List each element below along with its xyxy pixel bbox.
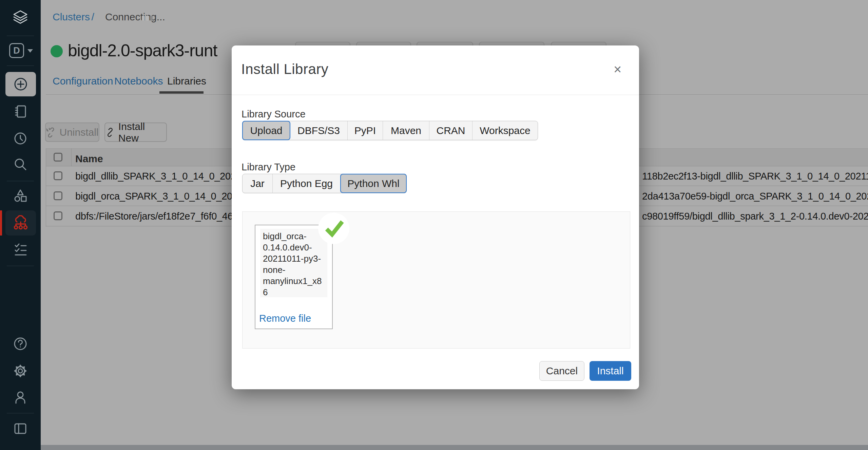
sidebar-item-workspace[interactable]: [0, 105, 41, 118]
breadcrumb-separator: /: [91, 11, 94, 22]
library-type-group: Jar Python Egg Python Whl: [242, 174, 407, 193]
uninstall-button[interactable]: Uninstall: [45, 123, 99, 142]
page-title: bigdl-2.0-spark3-runt: [68, 41, 233, 62]
upload-success-check-icon: [318, 212, 350, 244]
checklist-icon: [13, 242, 27, 257]
gear-icon: [13, 364, 27, 378]
table-row-name-continued: c98019ff59/bigdl_dllib_spark_3_1_2-0.14.…: [642, 211, 868, 222]
library-type-label: Library Type: [242, 162, 295, 173]
install-library-modal: Install Library × Library Source Upload …: [232, 45, 639, 389]
install-button[interactable]: Install: [590, 361, 631, 381]
sidebar: D: [0, 0, 41, 450]
install-new-button[interactable]: Install New: [104, 123, 167, 142]
sidebar-item-data[interactable]: [0, 189, 41, 203]
breadcrumb: Clusters /: [53, 11, 94, 23]
sidebar-divider: [7, 413, 34, 413]
modal-title: Install Library: [241, 61, 328, 77]
databricks-logo-icon[interactable]: [0, 10, 41, 26]
horizontal-scrollbar[interactable]: [41, 445, 868, 450]
row-checkbox[interactable]: [54, 171, 62, 180]
table-row-name: bigdl_orca_SPARK_3_1_0_14_0_20211: [75, 191, 232, 202]
source-workspace-button[interactable]: Workspace: [472, 121, 538, 140]
notebook-icon: [14, 105, 27, 118]
cluster-status-dot: [51, 45, 63, 57]
chevron-down-icon: [27, 49, 33, 53]
library-source-group: Upload DBFS/S3 PyPI Maven CRAN Workspace: [242, 121, 538, 140]
active-tab-underline: [159, 91, 204, 94]
broken-link-icon: [46, 127, 56, 137]
source-cran-button[interactable]: CRAN: [429, 121, 472, 140]
type-python-egg-button[interactable]: Python Egg: [273, 174, 341, 193]
table-left-border: [46, 148, 46, 227]
table-row-name-continued: 2da413a70e59-bigdl_orca_SPARK_3_1_0_14_0…: [642, 191, 868, 202]
install-new-label: Install New: [118, 121, 166, 144]
select-all-checkbox[interactable]: [54, 153, 62, 162]
type-jar-button[interactable]: Jar: [243, 174, 273, 193]
sidebar-divider: [7, 36, 34, 36]
clock-icon: [14, 132, 27, 145]
databricks-clusters-page: { "sidebar": { "switcher_letter": "D", "…: [0, 0, 868, 450]
cancel-button[interactable]: Cancel: [539, 361, 584, 381]
tab-notebooks[interactable]: Notebooks: [114, 75, 163, 87]
source-upload-button[interactable]: Upload: [242, 121, 290, 140]
sidebar-item-jobs[interactable]: [0, 242, 41, 257]
sidebar-divider: [7, 65, 34, 66]
uploaded-file-name: bigdl_orca-0.14.0.dev0-20211011-py3-none…: [260, 229, 327, 297]
link-icon: [105, 127, 115, 137]
workspace-switcher[interactable]: D: [9, 43, 33, 59]
help-icon: [13, 337, 27, 351]
create-button[interactable]: [5, 72, 36, 96]
connecting-status: Connecting...: [105, 11, 165, 23]
breadcrumb-clusters-link[interactable]: Clusters: [53, 11, 90, 22]
collapse-sidebar-button[interactable]: [0, 423, 41, 435]
sidebar-item-help[interactable]: [0, 337, 41, 351]
plus-circle-icon: [13, 77, 28, 92]
row-checkbox[interactable]: [54, 211, 62, 220]
library-source-label: Library Source: [242, 109, 306, 120]
file-drop-zone[interactable]: bigdl_orca-0.14.0.dev0-20211011-py3-none…: [242, 211, 630, 349]
source-dbfs-s3-button[interactable]: DBFS/S3: [290, 121, 348, 140]
table-row-name: bigdl_dllib_SPARK_3_1_0_14_0_20211: [75, 171, 232, 182]
modal-header-divider: [232, 95, 639, 95]
tab-configuration[interactable]: Configuration: [53, 75, 113, 87]
type-python-whl-button[interactable]: Python Whl: [340, 174, 407, 193]
table-row-name: dbfs:/FileStore/jars/ef18f2e7_f6f0_46f3: [75, 211, 232, 222]
workspace-letter: D: [9, 43, 24, 58]
data-shapes-icon: [13, 189, 27, 203]
sidebar-item-search[interactable]: [0, 157, 41, 171]
tab-libraries[interactable]: Libraries: [167, 75, 206, 87]
sidebar-divider: [7, 181, 34, 181]
compute-cluster-icon: [12, 215, 30, 231]
sidebar-item-compute[interactable]: [5, 210, 36, 236]
person-icon: [13, 390, 27, 405]
panel-collapse-icon: [14, 423, 27, 435]
table-row-name-continued: 118b2ec2f13-bigdl_dllib_SPARK_3_1_0_14_0…: [642, 171, 868, 182]
source-maven-button[interactable]: Maven: [383, 121, 429, 140]
sidebar-item-recents[interactable]: [0, 132, 41, 145]
remove-file-link[interactable]: Remove file: [259, 313, 311, 324]
sidebar-item-account[interactable]: [0, 390, 41, 405]
sidebar-divider: [7, 266, 34, 266]
row-checkbox[interactable]: [54, 191, 62, 200]
table-column-divider: [71, 148, 72, 166]
uninstall-label: Uninstall: [59, 127, 98, 138]
loading-bars-icon: [142, 16, 154, 22]
active-indicator: [0, 210, 2, 236]
close-icon[interactable]: ×: [614, 62, 621, 76]
search-icon: [14, 157, 27, 171]
column-header-name: Name: [75, 153, 103, 165]
sidebar-item-settings[interactable]: [0, 364, 41, 378]
source-pypi-button[interactable]: PyPI: [348, 121, 383, 140]
